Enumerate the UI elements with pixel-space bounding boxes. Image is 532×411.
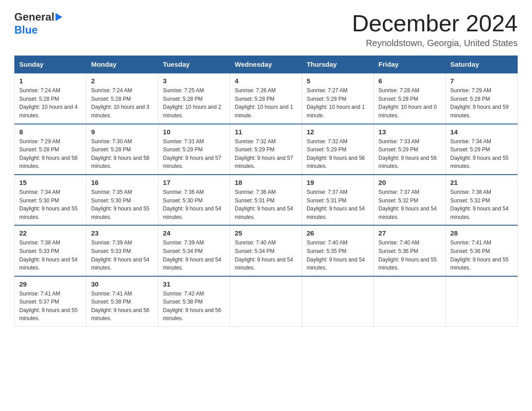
page-header: General Blue December 2024 Reynoldstown,… <box>14 11 518 48</box>
sunrise-label: Sunrise: 7:39 AM <box>91 240 132 246</box>
day-info: Sunrise: 7:38 AM Sunset: 5:32 PM Dayligh… <box>450 188 513 221</box>
day-number: 18 <box>235 179 297 186</box>
day-info: Sunrise: 7:40 AM Sunset: 5:35 PM Dayligh… <box>307 239 369 272</box>
daylight-label: Daylight: 9 hours and 59 minutes. <box>450 104 509 119</box>
sunrise-label: Sunrise: 7:33 AM <box>378 138 419 145</box>
sunset-label: Sunset: 5:31 PM <box>307 197 347 204</box>
day-info: Sunrise: 7:36 AM Sunset: 5:30 PM Dayligh… <box>163 188 225 221</box>
calendar-cell: 16 Sunrise: 7:35 AM Sunset: 5:30 PM Dayl… <box>86 175 158 225</box>
calendar-cell: 24 Sunrise: 7:39 AM Sunset: 5:34 PM Dayl… <box>158 225 230 276</box>
daylight-label: Daylight: 9 hours and 54 minutes. <box>235 206 293 220</box>
daylight-label: Daylight: 9 hours and 58 minutes. <box>19 155 77 170</box>
daylight-label: Daylight: 9 hours and 55 minutes. <box>378 257 437 271</box>
day-number: 8 <box>19 128 82 136</box>
day-info: Sunrise: 7:32 AM Sunset: 5:29 PM Dayligh… <box>235 137 297 171</box>
sunrise-label: Sunrise: 7:41 AM <box>450 240 491 246</box>
sunset-label: Sunset: 5:28 PM <box>91 96 131 102</box>
sunrise-label: Sunrise: 7:24 AM <box>19 87 60 94</box>
sunset-label: Sunset: 5:29 PM <box>235 146 275 153</box>
sunset-label: Sunset: 5:33 PM <box>91 248 131 254</box>
day-info: Sunrise: 7:41 AM Sunset: 5:36 PM Dayligh… <box>450 239 513 272</box>
sunrise-label: Sunrise: 7:42 AM <box>163 291 204 297</box>
sunset-label: Sunset: 5:30 PM <box>19 197 59 204</box>
day-info: Sunrise: 7:39 AM Sunset: 5:33 PM Dayligh… <box>91 239 153 272</box>
day-number: 23 <box>91 229 153 237</box>
calendar-cell: 21 Sunrise: 7:38 AM Sunset: 5:32 PM Dayl… <box>446 175 517 225</box>
daylight-label: Daylight: 9 hours and 54 minutes. <box>307 206 365 220</box>
day-number: 11 <box>235 128 297 136</box>
calendar-header: SundayMondayTuesdayWednesdayThursdayFrid… <box>15 56 518 73</box>
day-number: 6 <box>378 77 441 85</box>
week-row-2: 8 Sunrise: 7:29 AM Sunset: 5:28 PM Dayli… <box>15 124 518 175</box>
daylight-label: Daylight: 9 hours and 54 minutes. <box>235 257 293 271</box>
week-row-5: 29 Sunrise: 7:41 AM Sunset: 5:37 PM Dayl… <box>15 276 518 327</box>
calendar-cell: 19 Sunrise: 7:37 AM Sunset: 5:31 PM Dayl… <box>302 175 373 225</box>
logo-arrow-icon <box>56 13 62 21</box>
calendar-cell: 10 Sunrise: 7:31 AM Sunset: 5:29 PM Dayl… <box>158 124 230 175</box>
day-number: 19 <box>307 179 369 186</box>
calendar-table: SundayMondayTuesdayWednesdayThursdayFrid… <box>14 56 518 327</box>
sunrise-label: Sunrise: 7:24 AM <box>91 87 132 94</box>
calendar-cell: 29 Sunrise: 7:41 AM Sunset: 5:37 PM Dayl… <box>15 276 86 327</box>
day-header-tuesday: Tuesday <box>158 56 230 73</box>
calendar-cell: 20 Sunrise: 7:37 AM Sunset: 5:32 PM Dayl… <box>374 175 446 225</box>
logo-blue-word: Blue <box>14 24 38 36</box>
day-info: Sunrise: 7:32 AM Sunset: 5:29 PM Dayligh… <box>307 137 369 171</box>
day-info: Sunrise: 7:37 AM Sunset: 5:31 PM Dayligh… <box>307 188 369 221</box>
daylight-label: Daylight: 9 hours and 57 minutes. <box>235 155 293 170</box>
day-info: Sunrise: 7:41 AM Sunset: 5:38 PM Dayligh… <box>91 290 153 323</box>
sunset-label: Sunset: 5:32 PM <box>450 197 490 204</box>
daylight-label: Daylight: 9 hours and 54 minutes. <box>307 257 365 271</box>
day-number: 20 <box>378 179 441 186</box>
sunset-label: Sunset: 5:34 PM <box>235 248 275 254</box>
sunrise-label: Sunrise: 7:35 AM <box>91 189 132 195</box>
week-row-4: 22 Sunrise: 7:38 AM Sunset: 5:33 PM Dayl… <box>15 225 518 276</box>
sunset-label: Sunset: 5:38 PM <box>91 299 131 305</box>
day-info: Sunrise: 7:28 AM Sunset: 5:28 PM Dayligh… <box>378 86 441 120</box>
calendar-cell: 14 Sunrise: 7:34 AM Sunset: 5:29 PM Dayl… <box>446 124 517 175</box>
calendar-cell: 1 Sunrise: 7:24 AM Sunset: 5:28 PM Dayli… <box>15 73 86 124</box>
calendar-cell: 2 Sunrise: 7:24 AM Sunset: 5:28 PM Dayli… <box>86 73 158 124</box>
sunrise-label: Sunrise: 7:30 AM <box>91 138 132 145</box>
day-number: 28 <box>450 229 513 237</box>
day-header-monday: Monday <box>86 56 158 73</box>
logo-blue-text: Blue <box>14 24 62 37</box>
daylight-label: Daylight: 9 hours and 57 minutes. <box>163 155 221 170</box>
day-number: 30 <box>91 280 153 288</box>
day-number: 22 <box>19 229 82 237</box>
daylight-label: Daylight: 10 hours and 4 minutes. <box>19 104 77 119</box>
day-info: Sunrise: 7:36 AM Sunset: 5:31 PM Dayligh… <box>235 188 297 221</box>
calendar-cell: 26 Sunrise: 7:40 AM Sunset: 5:35 PM Dayl… <box>302 225 373 276</box>
sunset-label: Sunset: 5:28 PM <box>235 96 275 102</box>
day-number: 24 <box>163 229 225 237</box>
sunrise-label: Sunrise: 7:41 AM <box>91 291 132 297</box>
day-number: 10 <box>163 128 225 136</box>
day-number: 7 <box>450 77 513 85</box>
calendar-cell: 15 Sunrise: 7:34 AM Sunset: 5:30 PM Dayl… <box>15 175 86 225</box>
sunset-label: Sunset: 5:30 PM <box>163 197 203 204</box>
daylight-label: Daylight: 9 hours and 56 minutes. <box>91 307 149 322</box>
day-number: 3 <box>163 77 225 85</box>
daylight-label: Daylight: 9 hours and 54 minutes. <box>378 206 437 220</box>
day-info: Sunrise: 7:27 AM Sunset: 5:28 PM Dayligh… <box>307 86 369 120</box>
calendar-cell: 5 Sunrise: 7:27 AM Sunset: 5:28 PM Dayli… <box>302 73 373 124</box>
sunrise-label: Sunrise: 7:40 AM <box>378 240 419 246</box>
sunset-label: Sunset: 5:29 PM <box>450 146 490 153</box>
day-number: 21 <box>450 179 513 186</box>
sunrise-label: Sunrise: 7:39 AM <box>163 240 204 246</box>
sunrise-label: Sunrise: 7:34 AM <box>450 138 491 145</box>
calendar-cell: 4 Sunrise: 7:26 AM Sunset: 5:28 PM Dayli… <box>230 73 302 124</box>
calendar-cell: 3 Sunrise: 7:25 AM Sunset: 5:28 PM Dayli… <box>158 73 230 124</box>
sunrise-label: Sunrise: 7:41 AM <box>19 291 60 297</box>
calendar-cell: 28 Sunrise: 7:41 AM Sunset: 5:36 PM Dayl… <box>446 225 517 276</box>
sunrise-label: Sunrise: 7:38 AM <box>19 240 60 246</box>
logo-general-word: General <box>14 11 54 24</box>
sunrise-label: Sunrise: 7:28 AM <box>378 87 419 94</box>
day-header-thursday: Thursday <box>302 56 373 73</box>
daylight-label: Daylight: 10 hours and 0 minutes. <box>378 104 437 119</box>
daylight-label: Daylight: 9 hours and 54 minutes. <box>91 257 149 271</box>
sunrise-label: Sunrise: 7:37 AM <box>378 189 419 195</box>
sunrise-label: Sunrise: 7:32 AM <box>307 138 348 145</box>
calendar-cell <box>374 276 446 327</box>
calendar-cell: 11 Sunrise: 7:32 AM Sunset: 5:29 PM Dayl… <box>230 124 302 175</box>
